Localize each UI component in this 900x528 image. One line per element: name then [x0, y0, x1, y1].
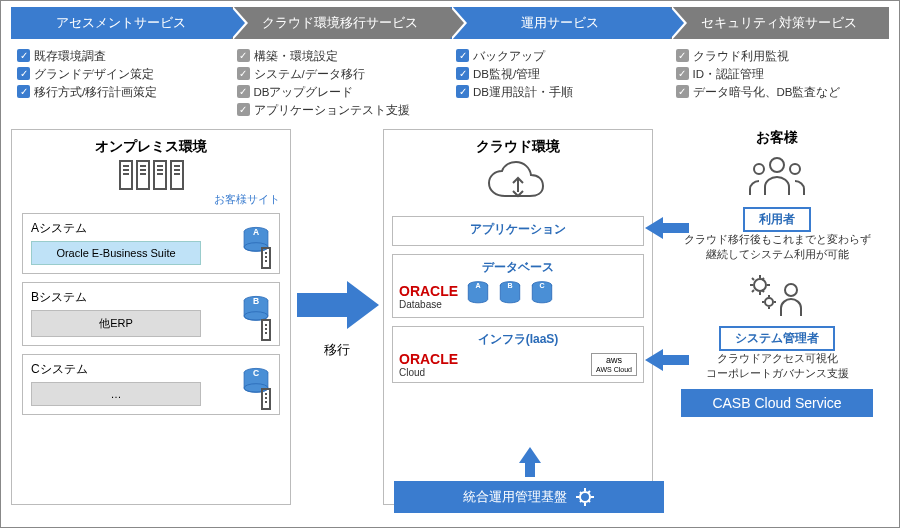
check-item: ✓DB運用設計・手順 [456, 83, 664, 101]
check-item: ✓DBアップグレード [237, 83, 445, 101]
users-icon [745, 153, 809, 199]
admin-role-badge: システム管理者 [719, 326, 835, 351]
check-text: DB監視/管理 [473, 65, 540, 83]
svg-point-20 [790, 164, 800, 174]
system-inner-label: Oracle E-Business Suite [31, 241, 201, 265]
app-layer: アプリケーション [392, 216, 644, 246]
system-inner-label: 他ERP [31, 310, 201, 337]
check-item: ✓ID・認証管理 [676, 65, 884, 83]
checklist-assessment: ✓既存環境調査 ✓グランドデザイン策定 ✓移行方式/移行計画策定 [11, 47, 231, 119]
admin-gears-icon [745, 272, 809, 318]
svg-marker-17 [645, 349, 689, 371]
check-text: システム/データ移行 [254, 65, 365, 83]
check-icon: ✓ [676, 49, 689, 62]
layer-title: データベース [399, 259, 637, 276]
integrated-ops-bar: 統合運用管理基盤 [394, 481, 664, 513]
check-icon: ✓ [237, 103, 250, 116]
layer-title: アプリケーション [399, 221, 637, 238]
svg-text:A: A [476, 282, 481, 289]
user-role-block: 利用者 クラウド移行後もこれまでと変わらず 継続してシステム利用が可能 [681, 153, 873, 262]
customer-site-label: お客様サイト [22, 192, 280, 207]
check-item: ✓アプリケーションテスト支援 [237, 101, 445, 119]
user-role-desc: クラウド移行後もこれまでと変わらず [681, 232, 873, 247]
infra-layer: インフラ(IaaS) ORACLE Cloud aws AWS Cloud [392, 326, 644, 383]
svg-marker-25 [519, 447, 541, 477]
arrow-right-icon [293, 275, 381, 335]
svg-point-18 [770, 158, 784, 172]
system-name: Bシステム [31, 289, 271, 306]
step-label: クラウド環境移行サービス [262, 15, 418, 30]
check-text: クラウド利用監視 [693, 47, 789, 65]
system-b-box: Bシステム 他ERP B [22, 282, 280, 346]
svg-point-21 [785, 284, 797, 296]
svg-point-22 [754, 279, 766, 291]
system-name: Aシステム [31, 220, 271, 237]
checklist-migration: ✓構築・環境設定 ✓システム/データ移行 ✓DBアップグレード ✓アプリケーショ… [231, 47, 451, 119]
arrow-up-icon [517, 447, 543, 481]
checklist-operation: ✓バックアップ ✓DB監視/管理 ✓DB運用設計・手順 [450, 47, 670, 119]
check-text: 既存環境調査 [34, 47, 106, 65]
check-icon: ✓ [456, 85, 469, 98]
svg-marker-16 [645, 217, 689, 239]
check-text: グランドデザイン策定 [34, 65, 154, 83]
server-icon [261, 388, 271, 410]
check-text: アプリケーションテスト支援 [254, 101, 410, 119]
check-item: ✓データ暗号化、DB監査など [676, 83, 884, 101]
oracle-brand: ORACLE [399, 283, 458, 299]
check-icon: ✓ [676, 85, 689, 98]
step-operation: 運用サービス [450, 7, 670, 39]
svg-marker-9 [297, 281, 379, 329]
admin-role-block: システム管理者 クラウドアクセス可視化 コーポレートガバナンス支援 [681, 272, 873, 381]
system-a-box: Aシステム Oracle E-Business Suite A [22, 213, 280, 274]
migrate-arrow-block: 移行 [291, 129, 383, 505]
svg-point-23 [765, 298, 773, 306]
svg-text:B: B [253, 296, 259, 306]
architecture-diagram: オンプレミス環境 お客様サイト Aシステム Oracle E-Business … [1, 123, 899, 511]
migrate-label: 移行 [324, 341, 350, 359]
user-role-desc: 継続してシステム利用が可能 [681, 247, 873, 262]
check-text: データ暗号化、DB監査など [693, 83, 841, 101]
check-item: ✓既存環境調査 [17, 47, 225, 65]
step-assessment: アセスメントサービス [11, 7, 231, 39]
check-icon: ✓ [17, 85, 30, 98]
system-c-box: Cシステム … C [22, 354, 280, 415]
check-item: ✓クラウド利用監視 [676, 47, 884, 65]
system-inner-label: … [31, 382, 201, 406]
step-migration: クラウド環境移行サービス [231, 7, 451, 39]
aws-bottom: AWS Cloud [596, 366, 632, 374]
check-text: 構築・環境設定 [254, 47, 338, 65]
admin-role-desc: コーポレートガバナンス支援 [681, 366, 873, 381]
svg-point-19 [754, 164, 764, 174]
user-role-badge: 利用者 [743, 207, 811, 232]
onprem-title: オンプレミス環境 [22, 138, 280, 156]
oracle-brand: ORACLE [399, 351, 458, 367]
step-label: 運用サービス [521, 15, 599, 30]
customer-title: お客様 [681, 129, 873, 147]
check-icon: ✓ [237, 49, 250, 62]
check-item: ✓DB監視/管理 [456, 65, 664, 83]
svg-text:C: C [540, 282, 545, 289]
svg-text:B: B [508, 282, 513, 289]
layer-title: インフラ(IaaS) [399, 331, 637, 348]
check-icon: ✓ [17, 67, 30, 80]
admin-role-desc: クラウドアクセス可視化 [681, 351, 873, 366]
check-icon: ✓ [676, 67, 689, 80]
check-text: 移行方式/移行計画策定 [34, 83, 157, 101]
oracle-cloud-label: Cloud [399, 367, 458, 378]
server-icon [261, 247, 271, 269]
gear-icon [575, 487, 595, 507]
check-icon: ✓ [456, 49, 469, 62]
customer-column: お客様 利用者 クラウド移行後もこれまでと変わらず 継続してシステム利用が可能 … [653, 129, 873, 505]
step-security: セキュリティ対策サービス [670, 7, 890, 39]
onpremises-column: オンプレミス環境 お客様サイト Aシステム Oracle E-Business … [11, 129, 291, 505]
check-text: DB運用設計・手順 [473, 83, 573, 101]
svg-text:C: C [253, 368, 259, 378]
check-text: DBアップグレード [254, 83, 354, 101]
oracle-database-label: Database [399, 299, 458, 310]
aws-top: aws [606, 355, 622, 365]
check-icon: ✓ [456, 67, 469, 80]
check-icon: ✓ [237, 67, 250, 80]
cloud-icon [392, 160, 644, 208]
check-item: ✓バックアップ [456, 47, 664, 65]
server-rack-icon [22, 160, 280, 190]
